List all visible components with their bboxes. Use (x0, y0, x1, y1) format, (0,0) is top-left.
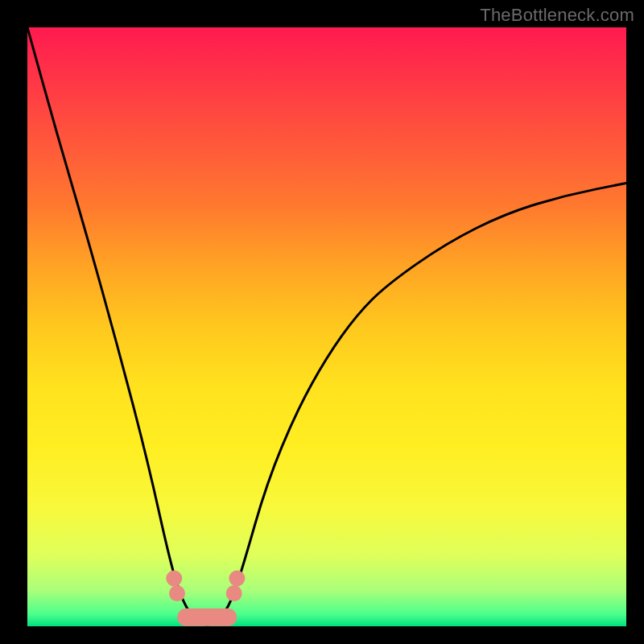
left-bump-lower-marker (169, 585, 185, 601)
left-bump-upper-marker (166, 570, 182, 586)
bottleneck-curve (27, 27, 626, 625)
chart-frame: TheBottleneck.com (0, 0, 644, 644)
plot-area (27, 27, 626, 626)
right-bump-upper-marker (229, 570, 245, 586)
curve-svg (27, 27, 626, 626)
right-bump-lower-marker (226, 585, 242, 601)
curve-markers (166, 570, 245, 601)
watermark-text: TheBottleneck.com (480, 5, 634, 26)
